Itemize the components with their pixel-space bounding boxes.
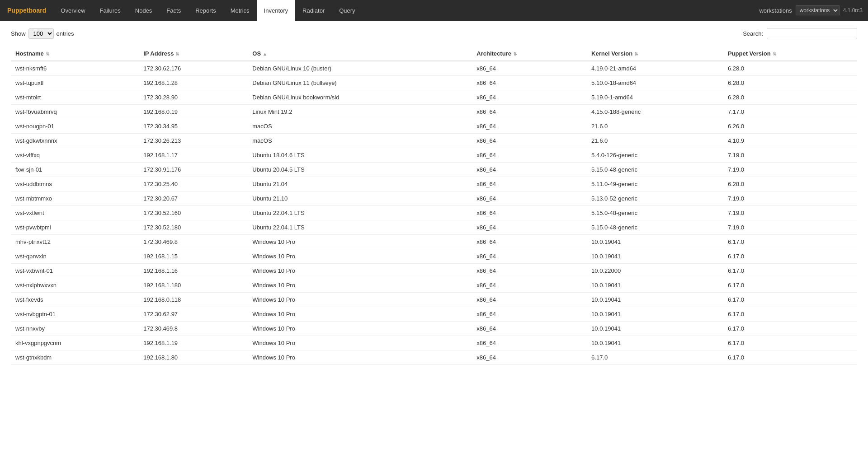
puppet-cell: 7.19.0: [723, 206, 857, 220]
table-row: wst-gtnxkbdm192.168.1.80Windows 10 Prox8…: [11, 350, 857, 365]
table-row: wst-nougpn-01172.30.34.95macOSx86_6421.6…: [11, 119, 857, 134]
puppet-cell: 6.17.0: [723, 350, 857, 365]
table-row: wst-fbvuabmrvq192.168.0.19Linux Mint 19.…: [11, 105, 857, 119]
kernel-cell: 5.13.0-52-generic: [587, 191, 723, 206]
inventory-table: HostnameIP AddressOSArchitectureKernel V…: [11, 47, 857, 365]
sort-icon: [175, 51, 179, 56]
ip-cell: 172.30.25.40: [139, 177, 248, 191]
hostname-cell: khl-vxgpnpgvcnm: [11, 336, 139, 350]
puppet-cell: 6.17.0: [723, 264, 857, 278]
hostname-cell: wst-vlffxq: [11, 148, 139, 163]
entries-select[interactable]: 102550100: [28, 28, 54, 39]
col-architecture[interactable]: Architecture: [472, 47, 587, 61]
col-ip-address[interactable]: IP Address: [139, 47, 248, 61]
kernel-cell: 4.15.0-188-generic: [587, 105, 723, 119]
ip-cell: 192.168.1.17: [139, 148, 248, 163]
os-cell: Debian GNU/Linux 11 (bullseye): [248, 76, 472, 90]
env-dropdown[interactable]: workstations: [796, 5, 840, 15]
os-cell: Ubuntu 21.10: [248, 191, 472, 206]
sort-icon: [773, 51, 776, 56]
hostname-cell: wst-uddbtmns: [11, 177, 139, 191]
main-content: Show 102550100 entries Search: HostnameI…: [0, 21, 868, 372]
nav-item-metrics[interactable]: Metrics: [223, 0, 257, 21]
ip-cell: 172.30.26.213: [139, 134, 248, 148]
ip-cell: 172.30.52.180: [139, 220, 248, 235]
arch-cell: x86_64: [472, 278, 587, 293]
header-row: HostnameIP AddressOSArchitectureKernel V…: [11, 47, 857, 61]
hostname-cell: wst-tqpuxtl: [11, 76, 139, 90]
controls-row: Show 102550100 entries Search:: [11, 28, 857, 39]
os-cell: Debian GNU/Linux 10 (buster): [248, 61, 472, 76]
kernel-cell: 10.0.19041: [587, 235, 723, 249]
hostname-cell: wst-qpnvxln: [11, 249, 139, 264]
os-cell: Windows 10 Pro: [248, 278, 472, 293]
kernel-cell: 10.0.19041: [587, 293, 723, 307]
show-entries: Show 102550100 entries: [11, 28, 74, 39]
kernel-cell: 10.0.19041: [587, 278, 723, 293]
hostname-cell: wst-fbvuabmrvq: [11, 105, 139, 119]
col-os[interactable]: OS: [248, 47, 472, 61]
nav-item-failures[interactable]: Failures: [93, 0, 128, 21]
nav-item-nodes[interactable]: Nodes: [128, 0, 160, 21]
hostname-cell: wst-mtoirt: [11, 90, 139, 105]
arch-cell: x86_64: [472, 206, 587, 220]
kernel-cell: 10.0.19041: [587, 307, 723, 322]
search-input[interactable]: [767, 28, 857, 39]
col-kernel-version[interactable]: Kernel Version: [587, 47, 723, 61]
table-row: khl-vxgpnpgvcnm192.168.1.19Windows 10 Pr…: [11, 336, 857, 350]
os-cell: Windows 10 Pro: [248, 322, 472, 336]
puppet-cell: 6.17.0: [723, 307, 857, 322]
table-row: wst-vxtlwnt172.30.52.160Ubuntu 22.04.1 L…: [11, 206, 857, 220]
ip-cell: 192.168.1.19: [139, 336, 248, 350]
col-puppet-version[interactable]: Puppet Version: [723, 47, 857, 61]
hostname-cell: wst-pvwbtpml: [11, 220, 139, 235]
nav-item-reports[interactable]: Reports: [188, 0, 223, 21]
ip-cell: 192.168.0.19: [139, 105, 248, 119]
hostname-cell: wst-nksmft6: [11, 61, 139, 76]
arch-cell: x86_64: [472, 163, 587, 177]
ip-cell: 192.168.1.80: [139, 350, 248, 365]
hostname-cell: wst-nnxvby: [11, 322, 139, 336]
arch-cell: x86_64: [472, 249, 587, 264]
os-cell: Debian GNU/Linux bookworm/sid: [248, 90, 472, 105]
puppet-cell: 6.17.0: [723, 336, 857, 350]
nav-item-radiator[interactable]: Radiator: [295, 0, 332, 21]
kernel-cell: 5.15.0-48-generic: [587, 220, 723, 235]
hostname-cell: wst-vxtlwnt: [11, 206, 139, 220]
table-row: wst-tqpuxtl192.168.1.28Debian GNU/Linux …: [11, 76, 857, 90]
col-hostname[interactable]: Hostname: [11, 47, 139, 61]
arch-cell: x86_64: [472, 76, 587, 90]
ip-cell: 172.30.62.176: [139, 61, 248, 76]
ip-cell: 172.30.469.8: [139, 322, 248, 336]
puppet-cell: 7.17.0: [723, 105, 857, 119]
ip-cell: 172.30.62.97: [139, 307, 248, 322]
nav-item-query[interactable]: Query: [332, 0, 362, 21]
table-row: wst-uddbtmns172.30.25.40Ubuntu 21.04x86_…: [11, 177, 857, 191]
kernel-cell: 10.0.19041: [587, 249, 723, 264]
puppet-cell: 6.17.0: [723, 293, 857, 307]
arch-cell: x86_64: [472, 191, 587, 206]
hostname-cell: wst-gtnxkbdm: [11, 350, 139, 365]
ip-cell: 172.30.52.160: [139, 206, 248, 220]
ip-cell: 192.168.1.15: [139, 249, 248, 264]
kernel-cell: 10.0.22000: [587, 264, 723, 278]
arch-cell: x86_64: [472, 293, 587, 307]
sort-icon: [46, 51, 49, 56]
puppet-cell: 6.28.0: [723, 177, 857, 191]
table-row: wst-nvbgptn-01172.30.62.97Windows 10 Pro…: [11, 307, 857, 322]
search-label: Search:: [743, 30, 763, 37]
nav-right: workstations workstations 4.1.0rc3: [759, 5, 868, 15]
table-row: wst-vlffxq192.168.1.17Ubuntu 18.04.6 LTS…: [11, 148, 857, 163]
entries-label: entries: [57, 30, 74, 37]
puppet-cell: 4.10.9: [723, 134, 857, 148]
nav-item-inventory[interactable]: Inventory: [257, 0, 295, 21]
os-cell: Windows 10 Pro: [248, 235, 472, 249]
os-cell: Windows 10 Pro: [248, 293, 472, 307]
nav-item-overview[interactable]: Overview: [53, 0, 92, 21]
os-cell: Windows 10 Pro: [248, 264, 472, 278]
nav-version: 4.1.0rc3: [843, 7, 863, 14]
sort-icon: [263, 51, 267, 56]
kernel-cell: 5.10.0-18-amd64: [587, 76, 723, 90]
nav-item-facts[interactable]: Facts: [159, 0, 188, 21]
os-cell: Windows 10 Pro: [248, 249, 472, 264]
